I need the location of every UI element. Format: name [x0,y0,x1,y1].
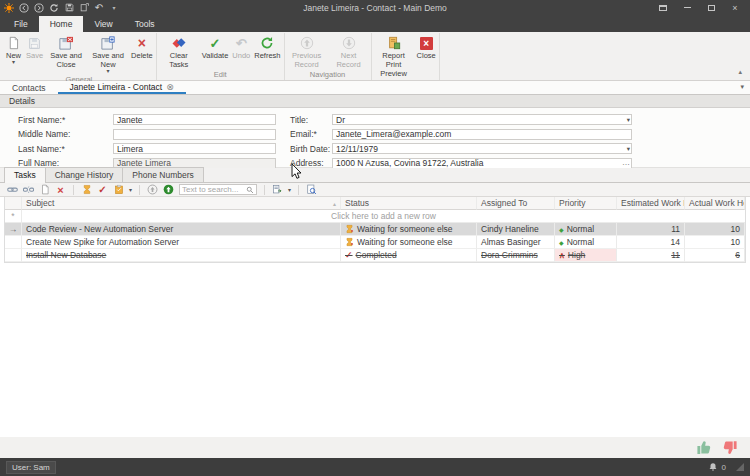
cell-estimated[interactable]: 11 [617,223,685,236]
complete-task-button[interactable]: ✓ [97,184,108,195]
cell-priority[interactable]: ◆ Normal [555,236,617,249]
search-input[interactable] [182,185,246,194]
delete-task-button[interactable]: × [55,184,66,195]
validate-check-icon: ✓ [207,35,224,51]
collapse-ribbon-button[interactable]: ▴ [738,68,742,76]
last-name-field[interactable] [113,143,276,154]
first-name-field[interactable] [113,114,276,125]
column-header-assigned-to[interactable]: Assigned To [477,197,555,210]
cell-priority[interactable]: ∧ High [555,249,617,262]
qat-save-button[interactable] [64,3,74,13]
chevron-down-icon[interactable]: ▾ [627,116,630,124]
save-and-close-button[interactable]: Save and Close [45,33,87,69]
report-print-preview-button[interactable]: Report Print Preview [373,33,415,78]
priority-increase-button[interactable] [163,184,174,195]
qat-next-button[interactable] [34,3,44,13]
close-window-button[interactable]: × [730,3,740,13]
cell-actual[interactable]: 10 [685,223,745,236]
tab-home[interactable]: Home [39,16,84,32]
waiting-hourglass-icon [345,224,354,234]
thumbs-up-icon[interactable] [696,439,713,456]
cell-subject[interactable]: Install New Database [22,249,341,262]
undo-button[interactable]: ↶ Undo [230,33,252,60]
priority-decrease-button[interactable] [147,184,158,195]
tab-list-dropdown-button[interactable]: ▾ [740,83,744,91]
column-header-status[interactable]: Status [341,197,477,210]
export-button[interactable] [272,184,283,195]
minimize-button[interactable] [682,3,692,13]
chevron-down-icon[interactable]: ▾ [627,145,630,153]
column-header-estimated[interactable]: Estimated Work H... [617,197,685,210]
tab-change-history[interactable]: Change History [45,167,124,182]
table-row[interactable]: → Code Review - New Automation Server Wa… [5,223,745,236]
cell-assigned-to[interactable]: Almas Basinger [477,236,555,249]
column-header-priority[interactable]: Priority [555,197,617,210]
details-group-header[interactable]: Details [0,95,750,108]
unlink-task-button[interactable] [23,184,34,195]
refresh-button[interactable]: Refresh [252,33,282,60]
cell-actual[interactable]: 10 [685,236,745,249]
tab-view[interactable]: View [83,16,123,32]
middle-name-field[interactable] [113,129,276,140]
address-field[interactable] [332,158,632,169]
close-tab-icon[interactable]: ⊗ [166,82,174,92]
delete-button[interactable]: × Delete [129,33,155,60]
cell-estimated[interactable]: 11 [617,249,685,262]
cell-subject[interactable]: Code Review - New Automation Server [22,223,341,236]
cell-assigned-to[interactable]: Cindy Haneline [477,223,555,236]
ellipsis-editor-button[interactable]: … [622,158,630,168]
table-row[interactable]: Create New Spike for Automation Server W… [5,236,745,249]
birth-date-field[interactable] [332,143,632,154]
validate-button[interactable]: ✓ Validate [200,33,231,60]
cell-subject[interactable]: Create New Spike for Automation Server [22,236,341,249]
window-options-button[interactable] [658,3,668,13]
cell-status[interactable]: Waiting for someone else [341,236,477,249]
email-field[interactable] [332,129,632,140]
title-field[interactable] [332,114,632,125]
row-indicator [5,249,22,262]
close-view-button[interactable]: × Close [415,33,438,60]
qat-save-new-button[interactable] [79,3,89,13]
notifications-bell-icon[interactable] [708,462,718,472]
new-row[interactable]: * Click here to add a new row [5,210,745,223]
cell-estimated[interactable]: 14 [617,236,685,249]
new-button[interactable]: New ▾ [3,33,24,65]
save-button[interactable]: Save [24,33,45,60]
resize-grip[interactable] [736,463,744,471]
qat-undo-button[interactable]: ↶ [94,3,104,13]
doc-tab-contacts[interactable]: Contacts [0,81,58,94]
previous-record-button[interactable]: Previous Record [286,33,328,69]
tab-phone-numbers[interactable]: Phone Numbers [122,167,203,182]
next-record-button[interactable]: Next Record [328,33,370,69]
qat-customize-button[interactable]: ▾ [109,3,119,13]
link-task-button[interactable] [7,184,18,195]
export-dropdown-icon[interactable]: ▾ [288,186,291,193]
table-row[interactable]: Install New Database ✓ Completed Dora Cr… [5,249,745,262]
qat-previous-button[interactable] [19,3,29,13]
cell-status[interactable]: Waiting for someone else [341,223,477,236]
qat-refresh-button[interactable] [49,3,59,13]
cell-status[interactable]: ✓ Completed [341,249,477,262]
cell-priority[interactable]: ◆ Normal [555,223,617,236]
new-row-indicator: * [5,210,22,223]
postpone-task-button[interactable] [81,184,92,195]
new-row-prompt[interactable]: Click here to add a new row [22,210,745,223]
column-header-actual[interactable]: Actual Work Hours [685,197,745,210]
task-status-dropdown-icon[interactable]: ▾ [129,186,132,193]
cell-actual[interactable]: 6 [685,249,745,262]
feedback-strip [0,437,750,458]
maximize-button[interactable] [706,3,716,13]
tab-file[interactable]: File [3,16,39,32]
tab-tasks[interactable]: Tasks [4,167,46,183]
doc-tab-current[interactable]: Janete Limeira - Contact ⊗ [58,81,186,94]
tab-tools[interactable]: Tools [124,16,166,32]
task-status-button[interactable] [113,184,124,195]
new-task-button[interactable] [39,184,50,195]
print-preview-button[interactable] [306,184,317,195]
search-box[interactable] [179,184,257,195]
column-header-subject[interactable]: Subject ▴ [22,197,341,210]
save-and-new-button[interactable]: Save and New ▾ [87,33,129,74]
thumbs-down-icon[interactable] [721,439,738,456]
cell-assigned-to[interactable]: Dora Crimmins [477,249,555,262]
clear-tasks-button[interactable]: Clear Tasks [158,33,200,69]
